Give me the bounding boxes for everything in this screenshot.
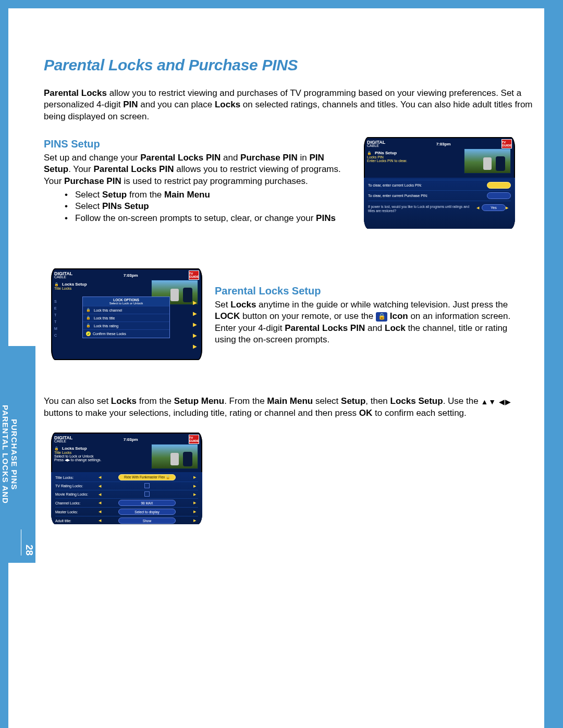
t: Parental Locks PIN — [140, 153, 221, 163]
left-arrow-icon: ◀ — [96, 492, 103, 497]
t: and — [365, 323, 385, 333]
lock-icon — [86, 324, 92, 328]
t: Follow the on-screen prompts to setup, c… — [75, 213, 316, 223]
checkbox-icon — [144, 483, 150, 488]
t: Lock — [385, 323, 406, 333]
t: LOCK OPTIONS — [113, 298, 139, 302]
right-arrow-icon: ▶ — [506, 206, 511, 210]
t: button on your remote, or use the — [240, 311, 376, 321]
t: Locks — [111, 396, 137, 406]
yes-pill: Yes — [482, 204, 506, 211]
page-content: Parental Locks and Purchase PINS Parenta… — [44, 56, 539, 524]
setup-menu-paragraph: You can also set Locks from the Setup Me… — [44, 396, 539, 419]
lock-icon — [86, 316, 92, 320]
t: Lock this channel — [94, 309, 122, 312]
row-label: Title Locks: — [55, 476, 96, 479]
pins-setup-paragraph: Set up and change your Parental Locks PI… — [44, 152, 351, 187]
row-value — [103, 491, 191, 497]
locks-table-row: Movie Rating Locks:◀▶ — [55, 490, 198, 498]
locks-table-row: TV Rating Locks:◀▶ — [55, 482, 198, 490]
left-arrow-icon: ◀ — [476, 206, 482, 210]
locks-setup-paragraph: Set Locks anytime in the guide or while … — [215, 299, 528, 346]
t: You can also set — [44, 396, 111, 406]
left-arrow-icon: ◀ — [96, 510, 103, 514]
t: PINs Setup — [102, 201, 149, 211]
dpad-arrows-icon: ▲▼ ◀▶ — [481, 397, 511, 406]
t: Parental Locks PIN — [285, 323, 365, 333]
right-arrow-icon: ▶ — [191, 475, 198, 479]
value-pill: 98 MAX — [118, 500, 176, 506]
locks-table-row: Channel Locks:◀98 MAX▶ — [55, 498, 198, 507]
brand-logo: DIGITALCABLE — [54, 272, 72, 279]
locks-setup-row: DIGITALCABLE 7:03pm TV GUIDE Locks Setup… — [44, 268, 539, 360]
row-label: Channel Locks: — [55, 501, 96, 505]
margin-divider — [21, 529, 21, 556]
t: Select — [75, 190, 102, 200]
tvguide-logo: TV GUIDE — [189, 270, 199, 280]
row-value: Ride With Funkmaster Flex 🔒 — [103, 474, 191, 480]
screenshot-lock-options: DIGITALCABLE 7:03pm TV GUIDE Locks Setup… — [51, 268, 202, 360]
lock-icon — [54, 282, 60, 287]
sidebar-letters: SETTMC — [54, 300, 57, 337]
locks-table-row: Master Locks:◀Select to display▶ — [55, 507, 198, 516]
intro-paragraph: Parental Locks allow you to restrict vie… — [44, 88, 539, 122]
t: Purchase PIN — [64, 176, 121, 186]
row-value: 98 MAX — [103, 500, 191, 506]
t: PINs — [316, 213, 336, 223]
lock-icon: 🔒 — [376, 312, 387, 322]
t: . From the — [224, 396, 267, 406]
locks-table-row: Title Locks:◀Ride With Funkmaster Flex 🔒… — [55, 473, 198, 482]
margin-tab: PARENTAL LOCKS AND PURCHASE PINS 28 — [0, 346, 35, 563]
bullet-1: Select Setup from the Main Menu — [65, 189, 351, 201]
preview-photo — [151, 444, 198, 469]
left-arrow-icon: ◀ — [96, 475, 103, 479]
t: To clear, enter current Purchase PIN: — [368, 194, 428, 198]
t: To clear, enter current Locks PIN: — [368, 183, 422, 187]
purchase-pin-field — [487, 192, 511, 199]
left-arrow-icon: ◀ — [96, 519, 103, 523]
page-number: 28 — [23, 545, 35, 556]
bullet-2: Select PINs Setup — [65, 201, 351, 212]
right-arrow-icon: ▶ — [191, 501, 198, 505]
tvguide-logo: TV GUIDE — [189, 435, 199, 444]
left-arrow-icon: ◀ — [96, 484, 103, 488]
right-arrow-icon: ▶ — [191, 484, 198, 488]
row-label: Movie Rating Locks: — [55, 492, 96, 496]
t: Setup — [102, 190, 127, 200]
t: Set up and change your — [44, 153, 140, 163]
t: in — [298, 153, 310, 163]
tvguide-logo: TV GUIDE — [501, 139, 512, 149]
row-label: Master Locks: — [55, 510, 96, 514]
t: LOCK — [215, 311, 240, 321]
right-arrow-icon: ▶ — [191, 492, 198, 497]
right-arrow-icon: ▶ — [191, 519, 198, 523]
t: to confirm each setting. — [372, 408, 466, 418]
pins-setup-row: PINS Setup Set up and change your Parent… — [44, 137, 539, 229]
t: If power is lost, would you like to Lock… — [368, 203, 476, 213]
value-pill: Show — [118, 517, 176, 524]
t: Confirm these Locks — [93, 332, 126, 336]
t: Main Menu — [164, 190, 210, 200]
t: . Use the — [443, 396, 481, 406]
clock: 7:03pm — [436, 142, 451, 146]
locks-setup-heading: Parental Locks Setup — [215, 284, 528, 298]
t: Parental Locks PIN — [93, 164, 174, 174]
t: from the — [137, 396, 174, 406]
row-value: Select to display — [103, 509, 191, 515]
t: OK — [359, 408, 373, 418]
t: select — [313, 396, 341, 406]
screenshot-locks-table: DIGITALCABLE 7:03pm TV GUIDE Locks Setup… — [51, 433, 202, 524]
left-arrow-icon: ◀ — [96, 501, 103, 505]
t: . Your — [68, 164, 93, 174]
t: Select — [75, 201, 102, 211]
lock-icon — [54, 446, 60, 451]
margin-section-2: PURCHASE PINS — [10, 419, 19, 490]
t: Select to Lock or Unlock — [83, 302, 169, 305]
clock: 7:03pm — [124, 437, 138, 442]
t: Setup Menu — [174, 396, 224, 406]
t: Set — [215, 300, 230, 310]
check-icon: ✔ — [86, 331, 91, 336]
shot-heading: Locks Setup — [62, 282, 87, 287]
value-pill: Select to display — [118, 509, 176, 515]
row-value: Show — [103, 517, 191, 524]
